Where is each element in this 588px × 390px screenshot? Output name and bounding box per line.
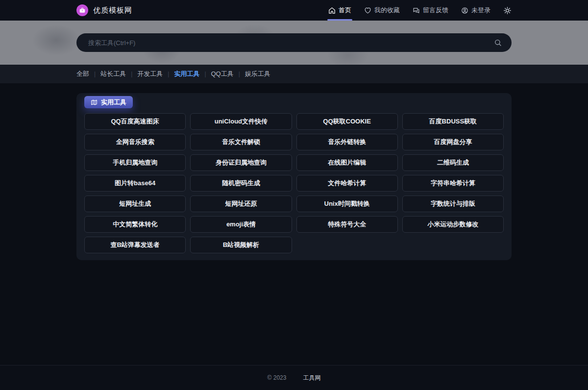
tool-button[interactable]: emoji表情 [190,216,292,233]
brand-title: 优质模板网 [93,6,132,15]
category-item-4[interactable]: QQ工具 [211,70,234,78]
nav-item-label: 未登录 [471,6,490,15]
tools-panel: 实用工具 QQ百度高速图床uniCloud文件快传QQ获取COOKIE百度BDU… [76,93,512,260]
heart-icon [364,7,371,14]
footer: © 2023 工具网 [0,365,588,390]
nav-item-feedback[interactable]: 留言反馈 [413,0,448,21]
top-navbar: 优质模板网 首页我的收藏留言反馈未登录 [0,0,588,21]
main-content: 实用工具 QQ百度高速图床uniCloud文件快传QQ获取COOKIE百度BDU… [0,83,588,365]
tool-button[interactable]: 短网址还原 [190,195,292,212]
brand[interactable]: 优质模板网 [76,4,132,16]
category-separator: | [94,71,96,77]
tool-button[interactable]: 手机归属地查询 [84,154,186,171]
category-bar: 全部|站长工具|开发工具|实用工具|QQ工具|娱乐工具 [0,65,588,83]
tool-button[interactable]: 全网音乐搜索 [84,134,186,150]
tool-button[interactable]: 字符串哈希计算 [402,175,504,192]
tools-grid: QQ百度高速图床uniCloud文件快传QQ获取COOKIE百度BDUSS获取全… [84,113,504,253]
search-icon[interactable] [494,39,502,47]
nav-item-label: 首页 [339,6,351,15]
tool-button[interactable]: 百度BDUSS获取 [402,113,504,130]
search-input[interactable] [76,33,512,52]
category-separator: | [239,71,240,77]
tool-button[interactable]: 特殊符号大全 [296,216,398,233]
user-icon [461,7,468,14]
sun-icon [503,6,512,15]
category-item-3[interactable]: 实用工具 [174,70,199,78]
theme-toggle-button[interactable] [503,0,512,21]
tool-button[interactable]: B站视频解析 [190,237,292,253]
home-icon [328,7,336,14]
search-band [0,21,588,65]
category-list: 全部|站长工具|开发工具|实用工具|QQ工具|娱乐工具 [76,70,512,78]
tool-button[interactable]: 随机密码生成 [190,175,292,192]
tool-button[interactable]: 图片转base64 [84,175,186,192]
category-item-2[interactable]: 开发工具 [137,70,163,78]
tool-button[interactable]: QQ获取COOKIE [296,113,398,130]
section-badge-label: 实用工具 [101,98,126,107]
nav-item-login[interactable]: 未登录 [461,0,490,21]
search-box [76,33,512,52]
tool-button[interactable]: 小米运动步数修改 [402,216,504,233]
feedback-icon [413,7,420,14]
tool-button[interactable]: uniCloud文件快传 [190,113,292,130]
tool-button[interactable]: 音乐文件解锁 [190,134,292,150]
tool-button[interactable]: 短网址生成 [84,195,186,212]
category-separator: | [168,71,169,77]
tool-button[interactable]: 身份证归属地查询 [190,154,292,171]
site-name-link[interactable]: 工具网 [303,374,320,382]
nav-item-label: 留言反馈 [423,6,448,15]
category-item-5[interactable]: 娱乐工具 [245,70,270,78]
category-separator: | [131,71,132,77]
copyright-text: © 2023 [268,374,287,381]
category-separator: | [204,71,206,77]
page: 优质模板网 首页我的收藏留言反馈未登录 全部|站长工具|开发工具|实用工具|QQ… [0,0,588,390]
tool-button[interactable]: 音乐外链转换 [296,134,398,150]
tool-button[interactable]: QQ百度高速图床 [84,113,186,130]
nav-item-home[interactable]: 首页 [328,0,351,21]
map-icon [91,99,98,106]
section-badge: 实用工具 [84,96,133,108]
main-nav: 首页我的收藏留言反馈未登录 [328,0,512,21]
toolbox-icon [76,4,88,16]
tool-button[interactable]: 百度网盘分享 [402,134,504,150]
tool-button[interactable]: 字数统计与排版 [402,195,504,212]
tool-button[interactable]: 查B站弹幕发送者 [84,237,186,253]
nav-item-label: 我的收藏 [374,6,400,15]
tool-button[interactable]: Unix时间戳转换 [296,195,398,212]
tool-button[interactable]: 文件哈希计算 [296,175,398,192]
category-item-0[interactable]: 全部 [76,70,89,78]
tool-button[interactable]: 二维码生成 [402,154,504,171]
nav-item-favorites[interactable]: 我的收藏 [364,0,400,21]
tool-button[interactable]: 中文简繁体转化 [84,216,186,233]
tool-button[interactable]: 在线图片编辑 [296,154,398,171]
category-item-1[interactable]: 站长工具 [100,70,126,78]
